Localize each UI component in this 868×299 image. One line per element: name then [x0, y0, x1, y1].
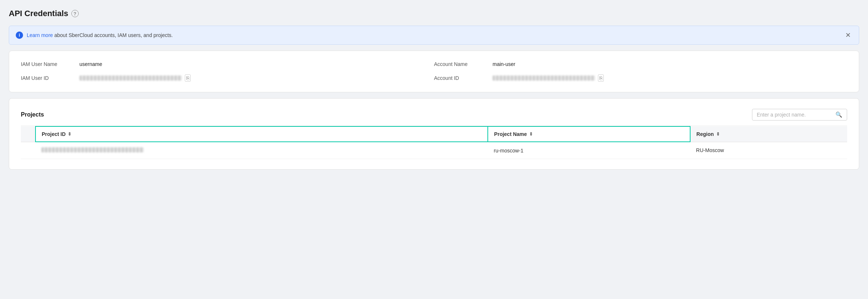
table-header-row: Project ID ⇕ Project Name ⇕ Region: [21, 126, 847, 142]
account-id-blurred: [493, 75, 595, 81]
search-icon: 🔍: [835, 111, 842, 118]
account-name-row: Account Name main-user: [434, 61, 847, 67]
learn-more-link[interactable]: Learn more: [27, 32, 53, 38]
iam-user-id-label: IAM User ID: [21, 75, 79, 81]
project-search-input[interactable]: [757, 112, 833, 118]
iam-user-id-row: IAM User ID ⎘: [21, 74, 434, 82]
table-row: ru-moscow-1RU-Moscow: [21, 142, 847, 159]
col-region-label: Region: [696, 131, 714, 137]
info-circle-icon: i: [16, 32, 23, 39]
account-name-value: main-user: [493, 61, 515, 67]
iam-user-name-label: IAM User Name: [21, 61, 79, 67]
title-text: API Credentials: [9, 9, 68, 18]
row-region: RU-Moscow: [690, 142, 847, 159]
user-info-grid: IAM User Name username Account Name main…: [21, 61, 847, 82]
info-banner: i Learn more about SberCloud accounts, I…: [9, 26, 859, 45]
col-project-id-sort-icon[interactable]: ⇕: [68, 132, 71, 137]
banner-close-button[interactable]: ✕: [844, 31, 852, 39]
projects-title: Projects: [21, 111, 44, 118]
col-project-name-label: Project Name: [494, 131, 527, 137]
row-project-name: ru-moscow-1: [488, 142, 690, 159]
user-info-card: IAM User Name username Account Name main…: [9, 51, 859, 92]
col-project-name-sort-icon[interactable]: ⇕: [529, 132, 533, 137]
iam-user-id-blurred: [79, 75, 182, 81]
project-id-blurred: [41, 147, 144, 152]
col-region[interactable]: Region ⇕: [690, 126, 847, 142]
col-region-sort-icon[interactable]: ⇕: [716, 132, 720, 137]
banner-text: Learn more about SberCloud accounts, IAM…: [27, 32, 173, 38]
account-id-label: Account ID: [434, 75, 493, 81]
account-id-copy-icon[interactable]: ⎘: [598, 74, 604, 82]
projects-table-body: ru-moscow-1RU-Moscow: [21, 142, 847, 159]
col-checkbox: [21, 126, 35, 142]
banner-text-after: about SberCloud accounts, IAM users, and…: [54, 32, 173, 38]
projects-header: Projects 🔍: [21, 109, 847, 121]
iam-user-name-row: IAM User Name username: [21, 61, 434, 67]
row-project-id: [35, 142, 488, 159]
iam-user-id-copy-icon[interactable]: ⎘: [185, 74, 191, 82]
col-project-id-label: Project ID: [42, 131, 66, 137]
iam-user-name-value: username: [79, 61, 102, 67]
col-project-id[interactable]: Project ID ⇕: [35, 126, 488, 142]
projects-table-container: Project ID ⇕ Project Name ⇕ Region: [21, 126, 847, 159]
iam-user-id-value: ⎘: [79, 74, 191, 82]
help-icon[interactable]: ?: [71, 10, 79, 17]
account-id-row: Account ID ⎘: [434, 74, 847, 82]
account-id-value: ⎘: [493, 74, 604, 82]
banner-content: i Learn more about SberCloud accounts, I…: [16, 32, 173, 39]
projects-table: Project ID ⇕ Project Name ⇕ Region: [21, 126, 847, 159]
projects-card: Projects 🔍 Project ID ⇕: [9, 98, 859, 170]
col-project-name[interactable]: Project Name ⇕: [488, 126, 690, 142]
project-search-box[interactable]: 🔍: [752, 109, 847, 121]
page-title: API Credentials ?: [9, 9, 859, 18]
row-checkbox-cell: [21, 142, 35, 159]
account-name-label: Account Name: [434, 61, 493, 67]
